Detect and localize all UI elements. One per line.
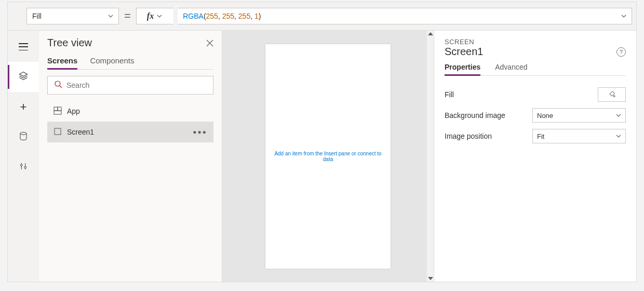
tools-icon: [19, 162, 28, 173]
rail-tree-view[interactable]: [8, 62, 39, 92]
prop-row-imgpos: Image position Fit: [445, 126, 626, 147]
database-icon: [19, 131, 28, 143]
tree-item-label: App: [67, 107, 80, 115]
prop-row-bgimage: Background image None: [445, 105, 626, 126]
svg-point-0: [20, 133, 26, 135]
rail-insert[interactable]: +: [8, 92, 39, 122]
plus-icon: +: [20, 100, 27, 114]
paint-bucket-icon: [608, 90, 616, 100]
search-box[interactable]: [47, 76, 213, 95]
svg-rect-5: [58, 107, 61, 111]
chevron-down-icon[interactable]: [621, 14, 626, 19]
tree-panel: Tree view Screens Components App: [39, 31, 222, 282]
tab-components[interactable]: Components: [90, 56, 134, 69]
layers-icon: [18, 71, 29, 83]
scroll-up-icon: [428, 32, 433, 35]
vertical-scrollbar[interactable]: [427, 31, 434, 282]
search-icon: [54, 80, 62, 90]
panel-overline: SCREEN: [445, 38, 626, 46]
fill-color-button[interactable]: [598, 87, 626, 102]
rail-hamburger[interactable]: [8, 32, 39, 62]
chevron-down-icon: [616, 134, 621, 139]
close-button[interactable]: [206, 39, 213, 47]
fx-icon: fx: [147, 11, 154, 21]
svg-rect-6: [54, 111, 61, 114]
property-dropdown[interactable]: Fill: [26, 8, 119, 24]
canvas-area: Add an item from the Insert pane or conn…: [222, 31, 434, 282]
left-rail: +: [8, 31, 39, 282]
tab-screens[interactable]: Screens: [47, 56, 77, 70]
equals-sign: =: [123, 9, 132, 23]
prop-label: Background image: [445, 111, 532, 120]
tree-item-app[interactable]: App: [47, 101, 213, 122]
design-canvas[interactable]: Add an item from the Insert pane or conn…: [265, 44, 391, 269]
rail-settings[interactable]: [8, 152, 39, 182]
formula-code: RGBA(255, 255, 255, 1): [183, 12, 261, 20]
prop-label: Fill: [445, 90, 598, 99]
svg-point-1: [20, 164, 22, 166]
rail-data[interactable]: [8, 122, 39, 152]
tree-panel-title: Tree view: [47, 37, 92, 49]
tab-advanced[interactable]: Advanced: [495, 63, 527, 75]
formula-input[interactable]: RGBA(255, 255, 255, 1): [178, 8, 632, 24]
more-icon[interactable]: ●●●: [193, 128, 207, 136]
imgpos-dropdown[interactable]: Fit: [532, 129, 626, 143]
bgimage-dropdown[interactable]: None: [532, 108, 626, 123]
app-root: Fill = fx RGBA(255, 255, 255, 1): [7, 2, 637, 282]
properties-tabs: Properties Advanced: [445, 63, 626, 76]
search-input[interactable]: [66, 81, 207, 89]
body: + Tree view Screens Co: [8, 31, 636, 282]
tree-tabs: Screens Components: [47, 56, 213, 70]
fx-button[interactable]: fx: [136, 8, 173, 24]
dropdown-value: None: [537, 112, 553, 120]
svg-rect-4: [54, 107, 58, 111]
chevron-down-icon: [157, 14, 162, 19]
close-icon: [206, 39, 213, 47]
tab-properties[interactable]: Properties: [445, 63, 480, 76]
properties-panel: SCREEN Screen1 ? Properties Advanced Fil…: [434, 31, 636, 282]
help-button[interactable]: ?: [616, 47, 626, 57]
dropdown-value: Fit: [537, 133, 544, 140]
chevron-down-icon: [616, 113, 621, 118]
tree-item-screen1[interactable]: Screen1 ●●●: [47, 122, 213, 142]
screen-icon: [53, 127, 62, 137]
svg-point-2: [24, 166, 26, 168]
svg-point-3: [55, 81, 60, 86]
property-dropdown-label: Fill: [32, 12, 42, 20]
tree-item-label: Screen1: [67, 128, 94, 136]
hamburger-icon: [19, 43, 28, 50]
formula-bar: Fill = fx RGBA(255, 255, 255, 1): [8, 2, 636, 31]
chevron-down-icon: [108, 14, 113, 19]
prop-label: Image position: [445, 132, 532, 140]
prop-row-fill: Fill: [445, 84, 626, 105]
panel-title: Screen1: [445, 46, 484, 58]
scroll-down-icon: [428, 277, 433, 280]
canvas-hint: Add an item from the Insert pane or conn…: [271, 151, 385, 162]
svg-rect-7: [55, 128, 61, 135]
app-icon: [53, 107, 62, 116]
